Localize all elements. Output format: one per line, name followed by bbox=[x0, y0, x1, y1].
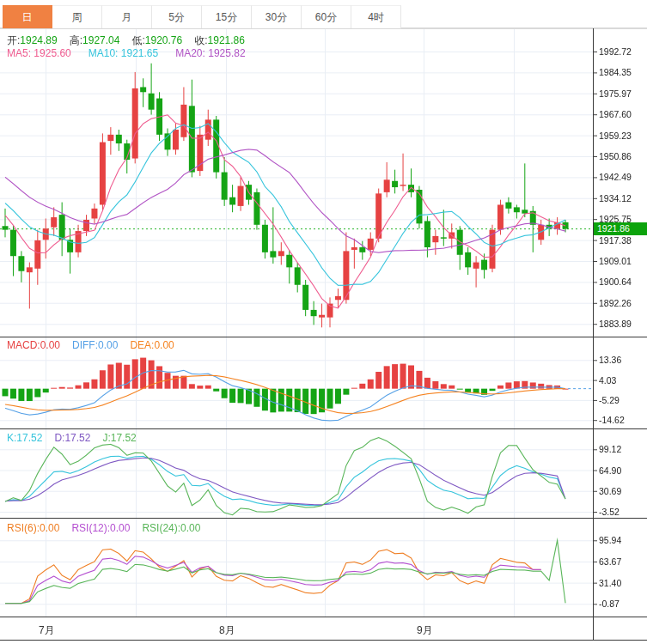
j-value: 17.52 bbox=[111, 432, 137, 444]
axis-tick-label: 64.90 bbox=[599, 465, 621, 476]
open-label: 开: bbox=[7, 34, 20, 46]
dea-label: DEA: bbox=[130, 339, 154, 351]
rsi24-label: RSI(24): bbox=[142, 522, 180, 534]
axis-tick-label: 1892.26 bbox=[599, 298, 632, 308]
rsi24-value: 0.00 bbox=[180, 522, 200, 534]
d-value: 17.52 bbox=[64, 432, 90, 444]
axis-tick-label: 63.67 bbox=[599, 556, 621, 567]
axis-tick-label: 1883.89 bbox=[599, 319, 632, 329]
j-label: J: bbox=[102, 432, 110, 444]
axis-tick-label: -14.62 bbox=[599, 415, 625, 425]
d-label: D: bbox=[54, 432, 64, 444]
kline-chart-canvas[interactable] bbox=[0, 0, 647, 644]
axis-tick-label: 31.40 bbox=[599, 578, 621, 588]
axis-tick-label: 1984.35 bbox=[599, 67, 632, 77]
axis-tick-label: 1917.38 bbox=[599, 235, 632, 246]
ma20-value: 1925.82 bbox=[208, 47, 245, 59]
month-label-7月: 7月 bbox=[39, 623, 55, 638]
axis-tick-label: 1959.23 bbox=[599, 131, 632, 141]
axis-tick-label: 4.03 bbox=[599, 375, 616, 386]
axis-tick-label: 95.94 bbox=[599, 535, 621, 545]
ma10-value: 1921.65 bbox=[121, 47, 158, 59]
dea-value: 0.00 bbox=[154, 339, 174, 351]
rsi12-label: RSI(12): bbox=[71, 522, 110, 534]
low-value: 1920.76 bbox=[145, 34, 182, 46]
axis-tick-label: 1900.64 bbox=[599, 276, 632, 287]
axis-tick-label: 1967.60 bbox=[599, 109, 632, 119]
month-label-9月: 9月 bbox=[417, 623, 433, 638]
close-value: 1921.86 bbox=[208, 34, 245, 46]
k-value: 17.52 bbox=[16, 432, 42, 444]
diff-value: 0.00 bbox=[98, 339, 118, 351]
ma5-label: MA5: bbox=[7, 47, 31, 59]
kline-chart-app: { "toolbar": { "tabs": ["日", "周", "月", "… bbox=[0, 0, 647, 644]
diff-label: DIFF: bbox=[72, 339, 98, 351]
axis-tick-label: 99.12 bbox=[599, 444, 621, 454]
high-label: 高: bbox=[70, 34, 82, 46]
rsi-header: RSI(6):0.00 RSI(12):0.00 RSI(24):0.00 bbox=[7, 522, 212, 534]
axis-tick-label: -5.29 bbox=[599, 395, 620, 405]
axis-tick-label: 1934.12 bbox=[599, 193, 632, 204]
k-label: K: bbox=[7, 432, 16, 444]
ma10-label: MA10: bbox=[89, 47, 119, 59]
axis-tick-label: -0.87 bbox=[599, 598, 620, 609]
rsi6-value: 0.00 bbox=[40, 522, 59, 534]
axis-tick-label: 1950.86 bbox=[599, 151, 632, 161]
axis-tick-label: 1942.49 bbox=[599, 172, 632, 182]
ma5-value: 1925.60 bbox=[34, 47, 70, 59]
axis-tick-label: 30.69 bbox=[599, 486, 621, 496]
close-label: 收: bbox=[194, 34, 207, 46]
axis-tick-label: 1992.72 bbox=[599, 46, 632, 57]
axis-tick-label: -3.52 bbox=[599, 507, 620, 517]
axis-tick-label: 1975.97 bbox=[599, 88, 632, 99]
macd-header: MACD:0.00 DIFF:0.00 DEA:0.00 bbox=[7, 339, 186, 351]
macd-label: MACD: bbox=[7, 339, 40, 351]
ma20-label: MA20: bbox=[175, 47, 205, 59]
axis-tick-label: 1909.01 bbox=[599, 256, 632, 266]
open-value: 1924.89 bbox=[20, 34, 57, 46]
ma-header: MA5: 1925.60 MA10: 1921.65 MA20: 1925.82 bbox=[7, 47, 258, 59]
rsi12-value: 0.00 bbox=[110, 522, 130, 534]
kdj-header: K:17.52 D:17.52 J:17.52 bbox=[7, 432, 149, 444]
axis-tick-label: 13.36 bbox=[599, 355, 621, 365]
low-label: 低: bbox=[131, 34, 144, 46]
rsi6-label: RSI(6): bbox=[7, 522, 40, 534]
month-label-8月: 8月 bbox=[219, 623, 235, 638]
macd-value: 0.00 bbox=[40, 339, 60, 351]
ohlc-header: 开:1924.89 高:1927.04 低:1920.76 收:1921.86 bbox=[7, 33, 257, 48]
high-value: 1927.04 bbox=[82, 34, 119, 46]
last-price-badge: 1921.86 bbox=[594, 222, 647, 235]
